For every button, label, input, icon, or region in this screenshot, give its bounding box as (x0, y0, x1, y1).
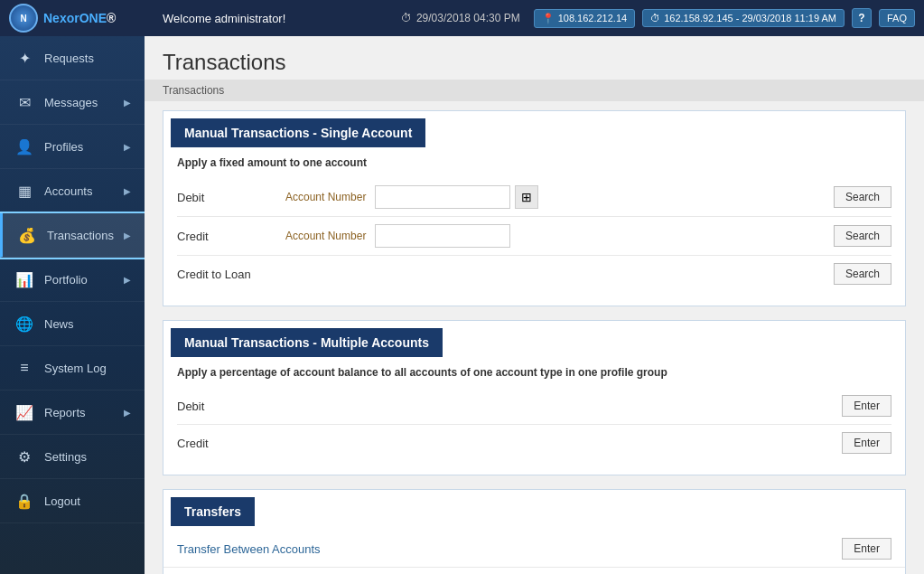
accounts-icon: ▦ (14, 180, 35, 202)
system-log-icon: ≡ (14, 357, 35, 379)
logo-text: NexorONE® (43, 11, 116, 25)
transfer-between-row: Transfer Between Accounts Enter (163, 531, 905, 568)
chevron-right-icon: ▶ (124, 275, 131, 285)
messages-icon: ✉ (14, 91, 35, 113)
sidebar-item-label: Portfolio (44, 273, 124, 287)
page-title-bar: Transactions (145, 36, 924, 80)
sidebar-item-label: Logout (44, 494, 131, 508)
page-title: Transactions (163, 50, 906, 75)
transfer-between-link[interactable]: Transfer Between Accounts (177, 542, 842, 556)
credit-to-loan-label: Credit to Loan (177, 268, 285, 281)
requests-icon: ✦ (14, 47, 35, 69)
debit-account-label: Account Number (285, 191, 366, 203)
sidebar-item-system-log[interactable]: ≡ System Log (0, 346, 145, 391)
debit-multi-enter-button[interactable]: Enter (842, 395, 891, 417)
transfers-header: Transfers (171, 497, 255, 526)
debit-account-input[interactable] (375, 185, 510, 209)
reports-icon: 📈 (14, 401, 35, 423)
news-icon: 🌐 (14, 313, 35, 334)
manual-single-header: Manual Transactions - Single Account (171, 118, 425, 147)
chevron-right-icon: ▶ (124, 98, 131, 108)
header-datetime: ⏱ 29/03/2018 04:30 PM (401, 12, 520, 24)
chevron-right-icon: ▶ (124, 408, 131, 418)
sidebar-item-messages[interactable]: ✉ Messages ▶ (0, 80, 145, 125)
credit-search-button[interactable]: Search (834, 225, 891, 247)
credit-row: Credit Account Number Search (177, 217, 891, 256)
profiles-icon: 👤 (14, 136, 35, 157)
sidebar-item-label: System Log (44, 362, 131, 375)
transactions-icon: 💰 (16, 224, 38, 246)
session-clock-icon: ⏱ (650, 13, 660, 24)
logo-icon: N (9, 4, 38, 33)
sidebar-item-profiles[interactable]: 👤 Profiles ▶ (0, 125, 145, 169)
logo-area: N NexorONE® (9, 4, 154, 33)
pin-icon: 📍 (542, 13, 555, 24)
sidebar-item-news[interactable]: 🌐 News (0, 302, 145, 346)
sidebar: ✦ Requests ✉ Messages ▶ 👤 Profiles ▶ ▦ A… (0, 36, 145, 574)
session-badge: ⏱ 162.158.92.145 - 29/03/2018 11:19 AM (642, 9, 845, 27)
manual-multiple-header: Manual Transactions - Multiple Accounts (171, 328, 443, 357)
debit-multi-row: Debit Enter (177, 388, 891, 425)
transfers-content: Transfer Between Accounts Enter Transfer… (163, 526, 905, 574)
credit-to-loan-row: Credit to Loan Search (177, 256, 891, 292)
sidebar-item-accounts[interactable]: ▦ Accounts ▶ (0, 169, 145, 213)
settings-icon: ⚙ (14, 446, 35, 467)
sidebar-item-label: Accounts (44, 184, 124, 198)
sidebar-item-logout[interactable]: 🔒 Logout (0, 479, 145, 523)
main-layout: ✦ Requests ✉ Messages ▶ 👤 Profiles ▶ ▦ A… (0, 36, 924, 574)
credit-to-loan-search-action: Search (834, 263, 891, 285)
sidebar-item-requests[interactable]: ✦ Requests (0, 36, 145, 80)
welcome-text: Welcome administrator! (154, 12, 401, 25)
credit-account-input[interactable] (375, 224, 510, 248)
transfer-currencies-row: Transfer Between Different Currencies Ac… (163, 568, 905, 574)
content-body: Manual Transactions - Single Account App… (145, 110, 924, 574)
sidebar-item-settings[interactable]: ⚙ Settings (0, 435, 145, 479)
sidebar-item-label: Reports (44, 406, 124, 419)
debit-label: Debit (177, 191, 285, 204)
help-button[interactable]: ? (852, 8, 872, 28)
sidebar-item-label: Messages (44, 96, 124, 109)
credit-multi-enter-button[interactable]: Enter (842, 432, 891, 454)
credit-account-label: Account Number (285, 230, 366, 242)
transfers-section: Transfers Transfer Between Accounts Ente… (163, 489, 906, 574)
sidebar-item-label: News (44, 317, 131, 331)
top-header: N NexorONE® Welcome administrator! ⏱ 29/… (0, 0, 924, 36)
credit-to-loan-search-button[interactable]: Search (834, 263, 891, 285)
debit-search-button[interactable]: Search (834, 186, 891, 208)
manual-single-section: Manual Transactions - Single Account App… (163, 110, 906, 306)
manual-multiple-description: Apply a percentage of account balance to… (177, 366, 891, 379)
chevron-right-icon: ▶ (124, 142, 131, 152)
sidebar-item-label: Profiles (44, 140, 124, 154)
portfolio-icon: 📊 (14, 268, 35, 290)
debit-picker-button[interactable]: ⊞ (515, 185, 538, 209)
debit-multi-label: Debit (177, 400, 285, 413)
manual-multiple-content: Apply a percentage of account balance to… (163, 357, 905, 475)
transfer-between-enter-button[interactable]: Enter (842, 538, 891, 560)
breadcrumb: Transactions (145, 80, 924, 101)
ip-badge: 📍 108.162.212.14 (534, 9, 635, 28)
clock-icon: ⏱ (401, 12, 412, 24)
manual-single-description: Apply a fixed amount to one account (177, 156, 891, 169)
credit-search-action: Search (834, 225, 891, 247)
sidebar-item-label: Settings (44, 450, 131, 464)
credit-label: Credit (177, 230, 285, 243)
chevron-right-icon: ▶ (124, 186, 131, 196)
credit-field: Account Number (285, 224, 834, 248)
sidebar-item-label: Requests (44, 52, 131, 65)
chevron-right-icon: ▶ (124, 231, 131, 240)
content-area: Transactions Transactions Manual Transac… (145, 36, 924, 574)
debit-multi-action: Enter (842, 395, 891, 417)
sidebar-item-portfolio[interactable]: 📊 Portfolio ▶ (0, 258, 145, 302)
debit-field: Account Number ⊞ (285, 185, 834, 209)
debit-row: Debit Account Number ⊞ Search (177, 178, 891, 217)
manual-single-content: Apply a fixed amount to one account Debi… (163, 147, 905, 306)
debit-search-action: Search (834, 186, 891, 208)
sidebar-item-reports[interactable]: 📈 Reports ▶ (0, 391, 145, 435)
faq-button[interactable]: FAQ (879, 9, 915, 27)
sidebar-item-label: Transactions (47, 229, 124, 242)
credit-multi-row: Credit Enter (177, 425, 891, 461)
logout-icon: 🔒 (14, 490, 35, 512)
sidebar-item-transactions[interactable]: 💰 Transactions ▶ (0, 213, 145, 258)
credit-multi-action: Enter (842, 432, 891, 454)
manual-multiple-section: Manual Transactions - Multiple Accounts … (163, 320, 906, 475)
